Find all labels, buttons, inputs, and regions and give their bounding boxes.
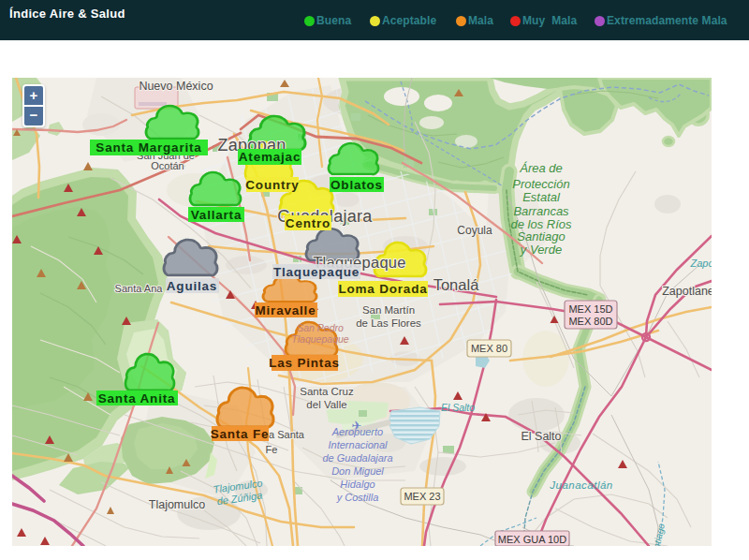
svg-text:de Guadalajara: de Guadalajara [322, 452, 392, 464]
svg-text:y Verde: y Verde [520, 243, 562, 257]
svg-text:Aeropuerto: Aeropuerto [331, 426, 383, 437]
svg-text:Protección: Protección [512, 177, 569, 191]
svg-text:Barrancas: Barrancas [513, 204, 569, 218]
svg-text:Internacional: Internacional [329, 439, 389, 450]
svg-text:Estatal: Estatal [522, 190, 561, 204]
svg-text:MEX 15D: MEX 15D [568, 303, 612, 315]
svg-text:Zapotlane: Zapotlane [662, 285, 712, 298]
svg-text:Tlaquepaque: Tlaquepaque [291, 333, 348, 345]
svg-text:Country: Country [245, 178, 299, 192]
svg-text:Tlaquepaque: Tlaquepaque [273, 265, 360, 279]
svg-text:Santiago: Santiago [517, 229, 565, 243]
svg-text:Santa Ana: Santa Ana [115, 283, 164, 294]
svg-text:Coyula: Coyula [457, 224, 492, 237]
svg-text:Loma Dorada: Loma Dorada [338, 282, 427, 296]
svg-text:Santa Margarita: Santa Margarita [95, 140, 201, 155]
svg-text:del Valle: del Valle [306, 399, 346, 410]
svg-text:MEX GUA 10D: MEX GUA 10D [498, 534, 566, 545]
svg-text:Centro: Centro [286, 216, 330, 230]
svg-text:Aguilas: Aguilas [167, 279, 217, 293]
svg-text:Atemajac: Atemajac [239, 150, 301, 164]
svg-text:El Salto: El Salto [521, 430, 561, 443]
svg-text:Vallarta: Vallarta [191, 208, 242, 222]
svg-text:MEX 23: MEX 23 [404, 491, 440, 502]
svg-text:Las Pintas: Las Pintas [269, 356, 340, 370]
svg-text:El Salto: El Salto [441, 402, 475, 413]
svg-text:MEX 80D: MEX 80D [568, 316, 612, 327]
svg-text:Tonalá: Tonalá [433, 276, 479, 293]
svg-text:San Martín: San Martín [362, 304, 415, 316]
svg-text:Santa Fe: Santa Fe [211, 427, 270, 441]
svg-text:Área de: Área de [519, 161, 563, 175]
svg-text:Santa Cruz: Santa Cruz [300, 386, 354, 397]
svg-text:Juanacatlán: Juanacatlán [549, 479, 613, 491]
svg-text:a Santa: a Santa [269, 429, 305, 440]
svg-text:Don Miguel: Don Miguel [331, 465, 384, 477]
svg-text:y Costilla: y Costilla [336, 492, 379, 503]
svg-text:Fe: Fe [266, 444, 278, 455]
svg-text:Nuevo México: Nuevo México [139, 80, 213, 93]
svg-text:San Pedro: San Pedro [297, 322, 344, 333]
svg-text:Zapo: Zapo [689, 258, 712, 269]
svg-text:MEX 80: MEX 80 [471, 343, 507, 354]
svg-text:Santa Anita: Santa Anita [98, 391, 176, 405]
svg-text:de Las Flores: de Las Flores [356, 317, 421, 329]
svg-text:Oblatos: Oblatos [330, 178, 383, 192]
svg-text:Miravalle: Miravalle [256, 303, 316, 317]
svg-text:Tlajomulco: Tlajomulco [149, 498, 205, 511]
svg-text:Ocotán: Ocotán [151, 160, 184, 171]
svg-text:Hidalgo: Hidalgo [340, 479, 374, 490]
